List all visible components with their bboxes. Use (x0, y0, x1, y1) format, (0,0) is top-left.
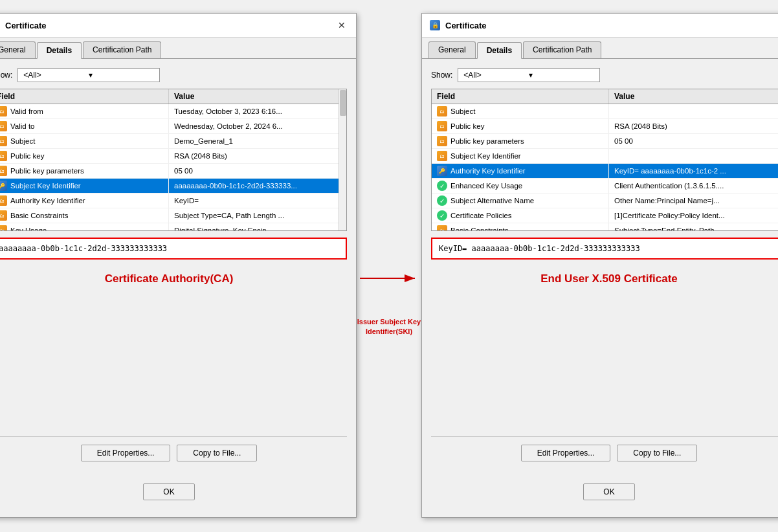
value-cell: Wednesday, October 2, 2024 6... (169, 119, 346, 133)
table-row[interactable]: 🗂Valid fromTuesday, October 3, 2023 6:16… (0, 104, 346, 119)
table-row[interactable]: 🔑Subject Key Identifieraaaaaaaa-0b0b-1c1… (0, 179, 346, 194)
field-cell: 🗂Public key (432, 119, 609, 133)
ca-label: Certificate Authority(CA) (0, 266, 347, 292)
value-cell: RSA (2048 Bits) (609, 119, 778, 133)
table-row[interactable]: ✓Subject Alternative NameOther Name:Prin… (432, 194, 778, 208)
value-cell: KeyID= (169, 194, 346, 208)
connection-arrow (357, 265, 421, 317)
tab-general-eu[interactable]: General (428, 41, 476, 58)
table-row[interactable]: 🗂Public keyRSA (2048 Bits) (432, 119, 778, 134)
table-header-eu: Field Value (432, 89, 778, 104)
value-cell: 05 00 (609, 134, 778, 148)
dialog-body-ca: Show: <All> ▾ Field Value 🗂Valid fromTue… (0, 59, 356, 517)
cert-icon: 🗂 (437, 225, 447, 231)
table-row[interactable]: 🗂Basic ConstraintsSubject Type=CA, Path … (0, 208, 346, 223)
field-cell: ✓Enhanced Key Usage (432, 179, 609, 193)
value-cell (609, 149, 778, 163)
close-button-eu[interactable]: ✕ (775, 19, 778, 32)
cert-icon: 🗂 (0, 151, 7, 161)
field-cell: 🗂Basic Constraints (432, 223, 609, 231)
table-row[interactable]: 🗂Public key parameters05 00 (0, 164, 346, 179)
table-row[interactable]: 🗂Key UsageDigital Signature, Key Encip..… (0, 223, 346, 231)
ok-footer-ca: OK (0, 476, 347, 508)
cert-icon: 🗂 (0, 225, 7, 231)
arrow-area: Issuer Subject KeyIdentifier(SKI) (357, 265, 421, 337)
ok-footer-eu: OK (431, 476, 778, 508)
green-cert-icon: ✓ (437, 195, 447, 206)
blue-cert-icon: 🔑 (437, 166, 447, 176)
field-cell: ✓Subject Alternative Name (432, 194, 609, 208)
tab-cert-path-eu[interactable]: Certification Path (523, 41, 601, 58)
dialogs-wrapper: 🔒 Certificate ✕ General Details Certific… (0, 13, 778, 518)
table-row[interactable]: 🗂Public keyRSA (2048 Bits) (0, 149, 346, 164)
tab-details-ca[interactable]: Details (37, 42, 82, 59)
show-select-eu[interactable]: <All> ▾ (458, 68, 600, 82)
ok-button-ca[interactable]: OK (143, 483, 194, 500)
table-row[interactable]: 🗂Authority Key IdentifierKeyID= (0, 194, 346, 208)
green-cert-icon: ✓ (437, 181, 447, 191)
ok-button-eu[interactable]: OK (583, 483, 634, 500)
cert-icon: 🗂 (437, 136, 447, 146)
dialog-eu: 🔒 Certificate ✕ General Details Certific… (421, 13, 778, 518)
cert-icon: 🗂 (437, 121, 447, 131)
edit-properties-button-ca[interactable]: Edit Properties... (81, 445, 171, 461)
table-row[interactable]: ✓Certificate Policies[1]Certificate Poli… (432, 208, 778, 223)
field-cell: 🗂Public key (0, 149, 169, 163)
table-row[interactable]: 🗂Subject Key Identifier (432, 149, 778, 164)
table-row[interactable]: 🗂SubjectDemo_General_1 (0, 134, 346, 149)
edit-properties-button-eu[interactable]: Edit Properties... (521, 445, 611, 461)
scrollbar-ca[interactable] (339, 89, 346, 230)
table-eu: Field Value 🗂Subject🗂Public keyRSA (2048… (431, 89, 778, 231)
value-cell: Digital Signature, Key Encip... (169, 223, 346, 231)
table-row[interactable]: 🗂Public key parameters05 00 (432, 134, 778, 149)
copy-to-file-button-eu[interactable]: Copy to File... (617, 445, 697, 461)
value-cell: Subject Type=End Entity, Path... (609, 223, 778, 231)
cert-icon: 🗂 (437, 106, 447, 116)
scrollbar-thumb-ca[interactable] (340, 90, 346, 116)
field-cell: 🗂Basic Constraints (0, 208, 169, 223)
table-row[interactable]: ✓Enhanced Key UsageClient Authentication… (432, 179, 778, 194)
show-select-value-ca: <All> (23, 71, 89, 80)
show-row-ca: Show: <All> ▾ (0, 68, 347, 82)
value-cell: aaaaaaaa-0b0b-1c1c-2d2d-333333... (169, 179, 346, 193)
table-row[interactable]: 🗂Basic ConstraintsSubject Type=End Entit… (432, 223, 778, 231)
show-select-ca[interactable]: <All> ▾ (17, 68, 160, 82)
tabs-eu: General Details Certification Path (422, 38, 778, 59)
copy-to-file-button-ca[interactable]: Copy to File... (177, 445, 257, 461)
table-row[interactable]: 🗂Valid toWednesday, October 2, 2024 6... (0, 119, 346, 134)
value-cell: 05 00 (169, 164, 346, 178)
col-value-eu: Value (609, 89, 778, 104)
field-cell: 🗂Valid from (0, 104, 169, 118)
value-box-ca: aaaaaaaa-0b0b-1c1c-2d2d-333333333333 (0, 238, 347, 260)
field-cell: 🗂Subject (432, 104, 609, 118)
close-button-ca[interactable]: ✕ (335, 19, 348, 32)
field-cell: 🗂Authority Key Identifier (0, 194, 169, 208)
cert-icon: 🗂 (0, 166, 7, 176)
value-cell: Client Authentication (1.3.6.1.5.... (609, 179, 778, 193)
table-row[interactable]: 🗂Subject (432, 104, 778, 119)
cert-icon-eu: 🔒 (430, 20, 440, 30)
eu-label: End User X.509 Certificate (431, 266, 778, 292)
field-cell: 🗂Public key parameters (432, 134, 609, 148)
field-cell: 🔑Subject Key Identifier (0, 179, 169, 193)
value-box-eu: KeyID= aaaaaaaa-0b0b-1c1c-2d2d-333333333… (431, 238, 778, 260)
cert-icon: 🗂 (0, 210, 7, 221)
tab-general-ca[interactable]: General (0, 41, 36, 58)
dialog-ca: 🔒 Certificate ✕ General Details Certific… (0, 13, 357, 518)
value-cell: Tuesday, October 3, 2023 6:16... (169, 104, 346, 118)
col-field-eu: Field (432, 89, 609, 104)
field-cell: 🗂Key Usage (0, 223, 169, 231)
value-cell: Other Name:Principal Name=j... (609, 194, 778, 208)
show-label-eu: Show: (431, 71, 452, 80)
value-cell: Demo_General_1 (169, 134, 346, 148)
show-select-value-eu: <All> (463, 71, 529, 80)
table-ca: Field Value 🗂Valid fromTuesday, October … (0, 89, 347, 231)
table-row[interactable]: 🔑Authority Key IdentifierKeyID= aaaaaaaa… (432, 164, 778, 179)
cert-icon: 🗂 (0, 106, 7, 116)
cert-icon: 🗂 (0, 136, 7, 146)
tab-cert-path-ca[interactable]: Certification Path (83, 41, 161, 58)
tabs-ca: General Details Certification Path (0, 38, 356, 59)
chevron-down-icon-eu: ▾ (529, 71, 594, 80)
title-bar-ca: 🔒 Certificate ✕ (0, 14, 356, 38)
tab-details-eu[interactable]: Details (477, 42, 522, 59)
